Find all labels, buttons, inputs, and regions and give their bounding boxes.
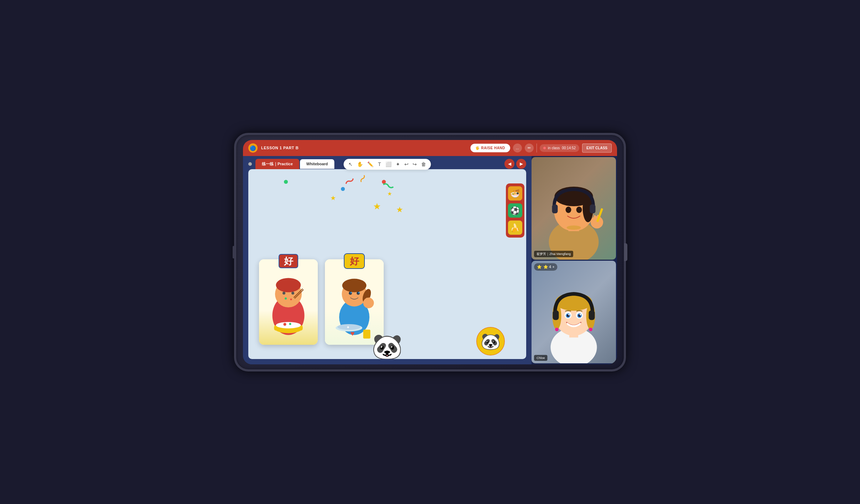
prev-button[interactable]: ◀ xyxy=(504,159,514,169)
tool-shape[interactable]: ⬜ xyxy=(385,161,392,167)
deco-star-2: ★ xyxy=(373,201,381,212)
tablet-device: 🔵 LESSON 1 PART B 🖐 RAISE HAND ... ✏ in … xyxy=(234,133,626,371)
activity-icon-sport[interactable]: ⚽ xyxy=(508,203,522,218)
card-right-illustration: ✦ ♥ xyxy=(325,259,384,345)
activity-icon-fruit[interactable]: 🍌 xyxy=(508,220,522,235)
deco-star-1: ★ xyxy=(330,194,336,202)
divider xyxy=(537,144,537,152)
svg-rect-58 xyxy=(553,310,559,320)
tool-delete[interactable]: 🗑 xyxy=(421,161,426,167)
svg-rect-32 xyxy=(363,329,371,338)
svg-text:✕: ✕ xyxy=(291,291,294,295)
messy-child-svg: ✕ ✕ xyxy=(264,272,314,340)
star-icon: ⭐ xyxy=(537,265,542,269)
svg-text:♥: ♥ xyxy=(351,329,355,337)
deco-swirl-green: 〜 xyxy=(379,176,397,196)
svg-line-44 xyxy=(595,216,596,221)
tool-text[interactable]: T xyxy=(378,161,381,167)
svg-point-18 xyxy=(342,279,367,292)
next-button[interactable]: ▶ xyxy=(516,159,526,169)
panda-mascot: 🐼 xyxy=(372,334,403,359)
deco-dot-green xyxy=(284,180,288,184)
deco-ribbon: 〜 xyxy=(356,172,371,185)
tab-practice[interactable]: 练一练｜Practice xyxy=(255,159,299,169)
student-name-tag: Chloe xyxy=(534,355,548,361)
flash-card-right: 好 xyxy=(325,259,384,345)
lesson-title: LESSON 1 PART B xyxy=(261,146,467,150)
card-right-character: 好 xyxy=(344,254,364,268)
tab-whiteboard[interactable]: Whiteboard xyxy=(300,159,335,169)
status-text: in class xyxy=(548,146,560,150)
top-bar-right: 🖐 RAISE HAND ... ✏ in class 00:14:52 EXI… xyxy=(470,143,612,152)
more-button[interactable]: ... xyxy=(513,144,522,152)
right-panel: 翟梦芳｜Zhai Mengfang xyxy=(532,156,617,364)
raise-hand-button[interactable]: 🖐 RAISE HAND xyxy=(470,144,510,152)
svg-rect-59 xyxy=(589,310,595,320)
tool-redo[interactable]: ↪ xyxy=(413,161,417,167)
teacher-video-inner xyxy=(532,157,616,260)
svg-line-27 xyxy=(369,298,370,303)
tool-pen[interactable]: ✏️ xyxy=(367,161,374,167)
svg-text:✕: ✕ xyxy=(283,291,285,295)
stars-count: ⭐ 4 + xyxy=(543,265,555,269)
tool-select[interactable]: ↖ xyxy=(348,161,353,167)
left-panel: 练一练｜Practice Whiteboard ↖ ✋ ✏️ T ⬜ ✦ ↩ ↪ xyxy=(243,156,532,364)
tool-hand[interactable]: ✋ xyxy=(357,161,363,167)
canvas-area: ★ ★ ★ ★ 〜 〜 〜 好 xyxy=(248,169,526,359)
class-status: in class 00:14:52 xyxy=(540,144,579,152)
panda-circle-badge: 🐼 xyxy=(476,327,505,355)
status-dot xyxy=(543,147,546,149)
tool-undo[interactable]: ↩ xyxy=(404,161,409,167)
edit-button[interactable]: ✏ xyxy=(525,144,534,152)
svg-rect-40 xyxy=(590,204,596,213)
teacher-illustration xyxy=(533,157,615,260)
svg-text:✦: ✦ xyxy=(346,325,350,330)
svg-point-2 xyxy=(276,278,301,292)
flash-card-left: 好 xyxy=(259,259,318,345)
teacher-video-feed: 翟梦芳｜Zhai Mengfang xyxy=(532,157,616,260)
student-video-inner xyxy=(532,261,616,363)
timer: 00:14:52 xyxy=(562,146,576,150)
main-content: 练一练｜Practice Whiteboard ↖ ✋ ✏️ T ⬜ ✦ ↩ ↪ xyxy=(243,156,617,364)
svg-rect-39 xyxy=(552,204,558,213)
tablet-screen: 🔵 LESSON 1 PART B 🖐 RAISE HAND ... ✏ in … xyxy=(243,140,617,364)
svg-line-26 xyxy=(367,298,368,303)
tool-sparkle[interactable]: ✦ xyxy=(396,161,400,167)
teacher-name-tag: 翟梦芳｜Zhai Mengfang xyxy=(534,251,573,257)
card-left-illustration: ✕ ✕ xyxy=(259,259,318,345)
student-video-feed: ⭐ ⭐ 4 + Chloe xyxy=(532,261,616,363)
student-illustration xyxy=(533,264,615,363)
tablet-button-left xyxy=(233,246,235,258)
exit-class-button[interactable]: EXIT CLASS xyxy=(582,143,612,152)
top-bar: 🔵 LESSON 1 PART B 🖐 RAISE HAND ... ✏ in … xyxy=(243,140,617,156)
stars-badge: ⭐ ⭐ 4 + xyxy=(534,263,558,271)
drawing-toolbar: ↖ ✋ ✏️ T ⬜ ✦ ↩ ↪ 🗑 xyxy=(343,159,431,170)
activity-panel: 🍜 ⚽ 🍌 xyxy=(506,183,524,238)
card-left-character: 好 xyxy=(279,254,298,268)
tab-indicator-dot xyxy=(248,162,252,166)
navigation-arrows: ◀ ▶ xyxy=(504,159,526,169)
activity-icon-food[interactable]: 🍜 xyxy=(508,186,522,201)
deco-star-4: ★ xyxy=(396,205,403,214)
deco-dot-blue xyxy=(341,187,345,191)
app-logo: 🔵 xyxy=(248,143,258,152)
tablet-button-right xyxy=(624,243,627,261)
clean-child-svg: ✦ ♥ xyxy=(330,272,379,340)
